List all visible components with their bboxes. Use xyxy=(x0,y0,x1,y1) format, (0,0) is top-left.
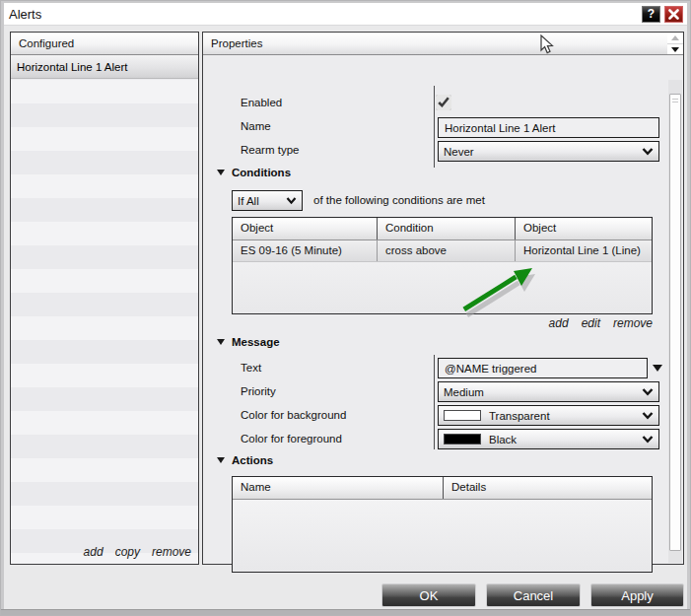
priority-label: Priority xyxy=(241,385,276,397)
properties-panel: Properties Enabled Name Rearm type xyxy=(202,32,684,565)
form-divider-message xyxy=(434,355,435,449)
add-alert-link[interactable]: add xyxy=(84,545,104,559)
rearm-type-label: Rearm type xyxy=(241,144,299,156)
scroll-buttons xyxy=(667,33,683,55)
rearm-type-select[interactable]: Never xyxy=(438,141,659,162)
priority-select[interactable]: Medium xyxy=(438,381,659,402)
rearm-type-value: Never xyxy=(444,146,474,158)
ok-button[interactable]: OK xyxy=(381,583,476,607)
scrollbar-grip-icon xyxy=(672,99,678,103)
condition-object-cell: ES 09-16 (5 Minute) xyxy=(233,240,378,261)
scroll-down-button[interactable] xyxy=(667,43,683,54)
chevron-down-icon xyxy=(642,436,654,444)
column-header: Name xyxy=(233,477,444,499)
alert-list: Horizontal Line 1 Alert xyxy=(11,55,198,79)
copy-alert-link[interactable]: copy xyxy=(115,545,140,559)
properties-panel-header: Properties xyxy=(203,33,683,55)
condition-match-suffix: of the following conditions are met xyxy=(313,194,485,206)
collapse-triangle-icon xyxy=(217,457,225,463)
chevron-down-icon xyxy=(642,148,654,156)
scrollbar-thumb[interactable] xyxy=(669,94,681,551)
configured-panel-header: Configured xyxy=(11,33,198,55)
chevron-down-icon xyxy=(642,388,654,396)
actions-table: Name Details xyxy=(232,476,653,573)
priority-value: Medium xyxy=(444,386,484,398)
collapse-triangle-icon xyxy=(217,170,225,175)
text-dropdown-arrow-icon[interactable] xyxy=(653,365,662,372)
conditions-section-header[interactable]: Conditions xyxy=(217,167,291,178)
collapse-triangle-icon xyxy=(217,339,225,345)
conditions-table-header: Object Condition Object xyxy=(233,218,652,240)
properties-title: Properties xyxy=(211,37,262,49)
chevron-down-icon xyxy=(286,197,297,205)
foreground-color-value: Black xyxy=(489,434,517,445)
scroll-up-button[interactable] xyxy=(667,33,683,43)
mouse-cursor-icon xyxy=(540,34,555,55)
window-title: Alerts xyxy=(9,7,41,22)
foreground-color-swatch xyxy=(444,434,481,445)
scroll-down-icon xyxy=(671,47,679,52)
add-condition-link[interactable]: add xyxy=(549,316,569,330)
message-text-input[interactable] xyxy=(438,358,648,378)
condition-match-select[interactable]: If All xyxy=(232,190,303,211)
apply-button[interactable]: Apply xyxy=(590,583,684,607)
remove-condition-link[interactable]: remove xyxy=(613,316,653,330)
background-color-label: Color for background xyxy=(241,409,346,421)
close-icon xyxy=(668,9,679,20)
edit-condition-link[interactable]: edit xyxy=(582,316,600,330)
cancel-button[interactable]: Cancel xyxy=(486,583,581,607)
name-input[interactable] xyxy=(438,117,659,138)
close-button[interactable] xyxy=(664,6,683,23)
chevron-down-icon xyxy=(642,412,654,420)
alerts-dialog: Alerts ? Configured Horizontal Line 1 Al… xyxy=(0,0,691,616)
message-section-label: Message xyxy=(232,336,280,348)
enabled-label: Enabled xyxy=(241,97,282,108)
foreground-color-select[interactable]: Black xyxy=(438,429,659,449)
configured-links: add copy remove xyxy=(84,545,191,559)
configured-panel: Configured Horizontal Line 1 Alert add c… xyxy=(10,32,199,565)
condition-match-value: If All xyxy=(238,195,259,207)
scroll-up-icon xyxy=(671,35,679,40)
actions-section-label: Actions xyxy=(232,454,273,466)
condition-row[interactable]: ES 09-16 (5 Minute) cross above Horizont… xyxy=(233,240,652,262)
background-color-select[interactable]: Transparent xyxy=(438,405,659,426)
column-header: Object xyxy=(516,218,654,240)
foreground-color-label: Color for foreground xyxy=(241,433,342,445)
title-bar[interactable]: Alerts ? xyxy=(4,3,687,26)
window-bottom-edge xyxy=(1,609,690,615)
conditions-section-label: Conditions xyxy=(232,167,291,178)
background-color-swatch xyxy=(444,410,481,421)
message-text-label: Text xyxy=(241,362,261,374)
help-button[interactable]: ? xyxy=(642,6,660,23)
name-label: Name xyxy=(241,120,271,132)
configured-title: Configured xyxy=(19,37,74,49)
remove-alert-link[interactable]: remove xyxy=(152,545,191,559)
properties-content: Enabled Name Rearm type Never Conditions… xyxy=(203,56,683,564)
column-header: Object xyxy=(233,218,378,240)
conditions-links: add edit remove xyxy=(232,316,653,330)
background-color-value: Transparent xyxy=(489,410,550,422)
actions-table-header: Name Details xyxy=(233,477,652,500)
form-divider-top xyxy=(434,86,435,168)
vertical-scrollbar[interactable] xyxy=(668,80,682,563)
actions-section-header[interactable]: Actions xyxy=(217,454,273,466)
annotation-arrow-icon xyxy=(454,253,548,320)
column-header: Details xyxy=(444,477,654,499)
conditions-table: Object Condition Object ES 09-16 (5 Minu… xyxy=(232,217,653,314)
message-section-header[interactable]: Message xyxy=(217,336,280,348)
column-header: Condition xyxy=(378,218,516,240)
enabled-checkbox[interactable] xyxy=(436,95,451,110)
list-item-alert[interactable]: Horizontal Line 1 Alert xyxy=(11,55,198,79)
